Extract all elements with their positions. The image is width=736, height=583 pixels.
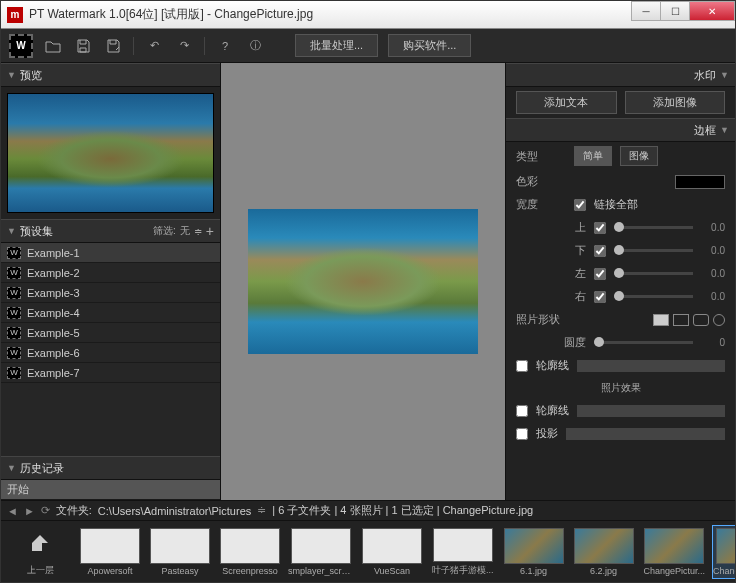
maximize-button[interactable]: ☐	[660, 1, 690, 21]
folder-icon	[220, 528, 280, 564]
save-icon[interactable]	[73, 36, 93, 56]
preset-name: Example-7	[27, 367, 80, 379]
save-as-icon[interactable]	[103, 36, 123, 56]
titlebar: m PT Watermark 1.0[64位] [试用版] - ChangePi…	[1, 1, 735, 29]
shape-rounded[interactable]	[693, 314, 709, 326]
film-item[interactable]: VueScan	[359, 525, 425, 579]
preset-icon: W	[7, 267, 21, 279]
preset-panel-header[interactable]: ▼ 预设集 筛选: 无 ≑ +	[1, 219, 220, 243]
nav-fwd-icon[interactable]: ►	[24, 505, 35, 517]
roundness-slider[interactable]	[594, 341, 693, 344]
film-item[interactable]: 叶子猪手游模...	[429, 525, 497, 579]
path-label: 文件夹:	[56, 503, 92, 518]
shape-rect[interactable]	[673, 314, 689, 326]
preset-name: Example-5	[27, 327, 80, 339]
film-item[interactable]: ChangePictur...	[641, 525, 709, 579]
undo-icon[interactable]: ↶	[144, 36, 164, 56]
separator	[133, 37, 134, 55]
close-button[interactable]: ✕	[689, 1, 735, 21]
border-panel-header[interactable]: 边框 ▼	[506, 118, 735, 142]
info-icon[interactable]: ⓘ	[245, 36, 265, 56]
help-icon[interactable]: ?	[215, 36, 235, 56]
shape-circle[interactable]	[713, 314, 725, 326]
side-checkbox[interactable]	[594, 222, 606, 234]
filter-value[interactable]: 无	[180, 224, 190, 238]
film-item[interactable]: Apowersoft	[77, 525, 143, 579]
film-item[interactable]: Screenpresso	[217, 525, 283, 579]
path-status: | 6 子文件夹 | 4 张照片 | 1 已选定 | ChangePicture…	[272, 503, 533, 518]
side-slider[interactable]	[614, 272, 693, 275]
folder-icon	[433, 528, 493, 562]
color-swatch[interactable]	[675, 175, 725, 189]
disabled-field	[577, 405, 725, 417]
shadow-checkbox[interactable]	[516, 428, 528, 440]
filter-dropdown-icon[interactable]: ≑	[194, 226, 202, 237]
side-slider[interactable]	[614, 295, 693, 298]
canvas-area[interactable]	[221, 63, 505, 500]
app-icon: m	[7, 7, 23, 23]
outline2-checkbox[interactable]	[516, 405, 528, 417]
history-panel-header[interactable]: ▼ 历史记录	[1, 456, 220, 480]
add-image-button[interactable]: 添加图像	[625, 91, 726, 114]
preset-name: Example-2	[27, 267, 80, 279]
preset-icon: W	[7, 347, 21, 359]
side-slider[interactable]	[614, 226, 693, 229]
open-icon[interactable]	[43, 36, 63, 56]
chevron-down-icon: ▼	[7, 70, 16, 80]
preset-icon: W	[7, 367, 21, 379]
link-all-checkbox[interactable]	[574, 199, 586, 211]
separator	[204, 37, 205, 55]
history-item[interactable]: 开始	[1, 480, 220, 500]
preset-name: Example-4	[27, 307, 80, 319]
redo-icon[interactable]: ↷	[174, 36, 194, 56]
preset-icon: W	[7, 247, 21, 259]
side-slider[interactable]	[614, 249, 693, 252]
preset-item[interactable]: WExample-3	[1, 283, 220, 303]
type-tab-simple[interactable]: 简单	[574, 146, 612, 166]
effects-label: 照片效果	[506, 377, 735, 399]
main-image[interactable]	[248, 209, 478, 354]
add-text-button[interactable]: 添加文本	[516, 91, 617, 114]
path-value[interactable]: C:\Users\Administrator\Pictures	[98, 505, 251, 517]
side-label: 下	[516, 243, 586, 258]
side-checkbox[interactable]	[594, 268, 606, 280]
film-item[interactable]: Pasteasy	[147, 525, 213, 579]
chevron-down-icon: ▼	[720, 70, 729, 80]
nav-back-icon[interactable]: ◄	[7, 505, 18, 517]
preset-item[interactable]: WExample-1	[1, 243, 220, 263]
preset-item[interactable]: WExample-4	[1, 303, 220, 323]
preset-icon: W	[7, 307, 21, 319]
side-value: 0.0	[701, 291, 725, 302]
outline2-label: 轮廓线	[536, 403, 569, 418]
outline1-checkbox[interactable]	[516, 360, 528, 372]
path-dropdown-icon[interactable]: ≑	[257, 504, 266, 517]
film-name: 6.2.jpg	[590, 566, 617, 576]
up-icon	[10, 528, 70, 562]
preset-item[interactable]: WExample-7	[1, 363, 220, 383]
watermark-panel-header[interactable]: 水印 ▼	[506, 63, 735, 87]
add-preset-icon[interactable]: +	[206, 223, 214, 239]
side-checkbox[interactable]	[594, 245, 606, 257]
preset-item[interactable]: WExample-2	[1, 263, 220, 283]
shape-rect-filled[interactable]	[653, 314, 669, 326]
preview-thumbnail[interactable]	[7, 93, 214, 213]
preview-panel-header[interactable]: ▼ 预览	[1, 63, 220, 87]
film-item[interactable]: ChangePicture...	[712, 525, 735, 579]
film-item[interactable]: 6.1.jpg	[501, 525, 567, 579]
film-name: Apowersoft	[87, 566, 132, 576]
preset-item[interactable]: WExample-5	[1, 323, 220, 343]
minimize-button[interactable]: ─	[631, 1, 661, 21]
refresh-icon[interactable]: ⟳	[41, 504, 50, 517]
side-checkbox[interactable]	[594, 291, 606, 303]
preset-item[interactable]: WExample-6	[1, 343, 220, 363]
side-label: 上	[516, 220, 586, 235]
film-item[interactable]: smplayer_scre...	[287, 525, 355, 579]
batch-button[interactable]: 批量处理...	[295, 34, 378, 57]
type-tab-image[interactable]: 图像	[620, 146, 658, 166]
side-value: 0.0	[701, 268, 725, 279]
buy-button[interactable]: 购买软件...	[388, 34, 471, 57]
film-item[interactable]: 6.2.jpg	[571, 525, 637, 579]
history-label: 历史记录	[20, 461, 214, 476]
film-item[interactable]: 上一层	[7, 525, 73, 579]
film-name: Pasteasy	[161, 566, 198, 576]
